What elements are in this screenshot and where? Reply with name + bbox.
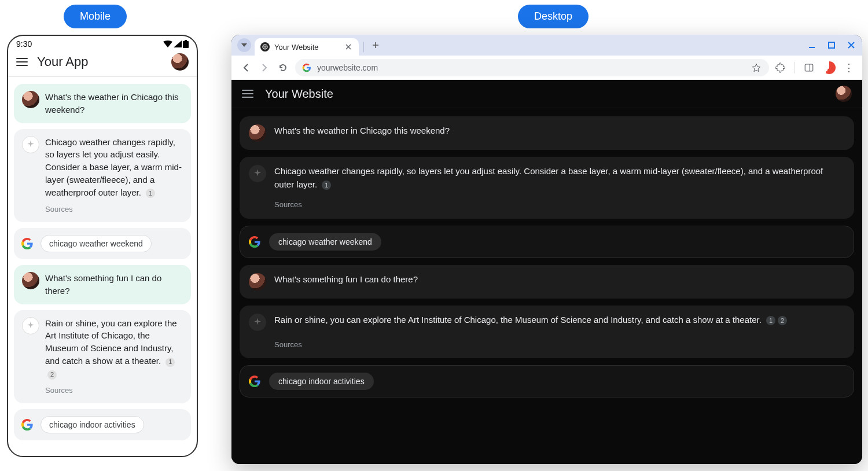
site-hamburger-icon[interactable] bbox=[242, 90, 253, 98]
app-header: Your App bbox=[8, 50, 197, 77]
sources-link[interactable]: Sources bbox=[45, 385, 73, 396]
site-user-avatar[interactable] bbox=[836, 86, 852, 102]
profile-avatar-icon[interactable] bbox=[823, 61, 836, 74]
svg-rect-5 bbox=[805, 64, 813, 71]
google-logo-icon bbox=[248, 375, 261, 388]
citation-badge[interactable]: 1 bbox=[322, 181, 331, 190]
search-suggestion-card: chicago weather weekend bbox=[240, 226, 854, 258]
nav-back-button[interactable] bbox=[240, 61, 252, 74]
browser-menu-button[interactable]: ⋮ bbox=[844, 61, 854, 74]
message-text: What's the weather in Chicago this weeke… bbox=[274, 124, 450, 138]
user-avatar[interactable] bbox=[171, 53, 189, 71]
ai-message: Rain or shine, you can explore the Art I… bbox=[14, 310, 191, 404]
tab-search-dropdown[interactable] bbox=[237, 38, 251, 52]
search-suggestion-card: chicago indoor activities bbox=[14, 409, 191, 440]
new-tab-button[interactable] bbox=[369, 38, 382, 52]
ai-spark-icon bbox=[22, 136, 39, 153]
search-chip[interactable]: chicago indoor activities bbox=[41, 416, 144, 433]
app-title: Your App bbox=[37, 54, 89, 69]
toolbar-right: ⋮ bbox=[775, 61, 854, 74]
svg-rect-1 bbox=[183, 41, 189, 48]
sources-link[interactable]: Sources bbox=[45, 204, 73, 215]
window-controls bbox=[807, 35, 856, 56]
chat-body: What's the weather in Chicago this weeke… bbox=[8, 77, 197, 456]
tab-title: Your Website bbox=[274, 43, 319, 51]
desktop-label-pill: Desktop bbox=[518, 5, 589, 28]
citation-badge[interactable]: 1 bbox=[766, 316, 775, 325]
svg-rect-0 bbox=[185, 40, 187, 41]
website-page: Your Website What's the weather in Chica… bbox=[231, 80, 862, 464]
mobile-frame: 9:30 Your App What's the weather in Chic… bbox=[7, 35, 198, 457]
ai-message: Chicago weather changes rapidly, so laye… bbox=[14, 129, 191, 223]
site-header: Your Website bbox=[231, 80, 862, 108]
window-maximize-button[interactable] bbox=[826, 40, 837, 50]
nav-forward-button[interactable] bbox=[258, 61, 271, 74]
message-text: What's something fun I can do there? bbox=[274, 273, 418, 286]
browser-tabbar: Your Website bbox=[231, 35, 862, 56]
cell-signal-icon bbox=[174, 41, 182, 47]
user-avatar-icon bbox=[249, 124, 266, 142]
svg-rect-4 bbox=[829, 42, 834, 48]
bookmark-star-icon[interactable] bbox=[751, 62, 762, 73]
window-close-button[interactable] bbox=[846, 40, 856, 50]
sources-link[interactable]: Sources bbox=[274, 339, 302, 351]
tab-favicon-icon bbox=[260, 42, 270, 51]
user-avatar-icon bbox=[22, 91, 39, 108]
site-favicon-icon bbox=[302, 63, 311, 72]
browser-tab[interactable]: Your Website bbox=[255, 38, 359, 56]
google-logo-icon bbox=[21, 237, 34, 250]
message-text: Rain or shine, you can explore the Art I… bbox=[274, 314, 787, 327]
reload-button[interactable] bbox=[277, 61, 289, 74]
message-text: Rain or shine, you can explore the Art I… bbox=[45, 317, 183, 380]
message-text: Chicago weather changes rapidly, so laye… bbox=[45, 136, 183, 199]
search-suggestion-card: chicago weather weekend bbox=[14, 228, 191, 259]
search-chip[interactable]: chicago weather weekend bbox=[269, 233, 381, 251]
ai-spark-icon bbox=[249, 314, 266, 331]
google-logo-icon bbox=[21, 418, 34, 431]
tab-close-button[interactable] bbox=[344, 42, 353, 51]
citation-badge[interactable]: 2 bbox=[778, 316, 787, 325]
window-minimize-button[interactable] bbox=[807, 40, 817, 50]
search-chip[interactable]: chicago weather weekend bbox=[41, 235, 152, 252]
browser-toolbar: yourwebsite.com ⋮ bbox=[231, 56, 862, 80]
battery-icon bbox=[183, 40, 189, 48]
user-avatar-icon bbox=[22, 272, 39, 289]
user-message: What's something fun I can do there? bbox=[240, 265, 854, 299]
user-message: What's the weather in Chicago this weeke… bbox=[240, 116, 854, 150]
message-text: What's the weather in Chicago this weeke… bbox=[45, 91, 183, 116]
user-message: What's the weather in Chicago this weeke… bbox=[14, 84, 191, 123]
wifi-icon bbox=[163, 41, 172, 47]
ai-spark-icon bbox=[22, 317, 39, 334]
status-icons bbox=[163, 40, 189, 48]
toolbar-separator bbox=[795, 62, 795, 73]
url-text: yourwebsite.com bbox=[317, 63, 378, 72]
site-title: Your Website bbox=[265, 87, 333, 101]
sources-link[interactable]: Sources bbox=[274, 199, 302, 211]
user-avatar-icon bbox=[249, 273, 266, 290]
google-logo-icon bbox=[248, 236, 261, 248]
ai-message: Chicago weather changes rapidly, so laye… bbox=[240, 157, 854, 219]
address-bar[interactable]: yourwebsite.com bbox=[295, 59, 769, 76]
citation-badge[interactable]: 2 bbox=[47, 370, 57, 380]
hamburger-icon[interactable] bbox=[16, 58, 28, 66]
message-text: Chicago weather changes rapidly, so laye… bbox=[274, 165, 845, 191]
message-text: What's something fun I can do there? bbox=[45, 272, 183, 297]
citation-badge[interactable]: 1 bbox=[165, 358, 175, 367]
status-time: 9:30 bbox=[16, 39, 32, 49]
svg-rect-3 bbox=[809, 47, 815, 48]
citation-badge[interactable]: 1 bbox=[146, 189, 155, 198]
side-panel-icon[interactable] bbox=[803, 62, 815, 73]
user-message: What's something fun I can do there? bbox=[14, 265, 191, 304]
tab-separator bbox=[363, 42, 364, 52]
desktop-browser-frame: Your Website yourwebsite.com bbox=[231, 35, 862, 464]
site-chat-body: What's the weather in Chicago this weeke… bbox=[231, 108, 862, 464]
status-bar: 9:30 bbox=[8, 36, 197, 50]
extensions-icon[interactable] bbox=[775, 62, 786, 73]
mobile-label-pill: Mobile bbox=[64, 5, 127, 28]
ai-message: Rain or shine, you can explore the Art I… bbox=[240, 306, 854, 359]
ai-spark-icon bbox=[249, 165, 266, 182]
search-chip[interactable]: chicago indoor activities bbox=[269, 373, 374, 390]
search-suggestion-card: chicago indoor activities bbox=[240, 365, 854, 398]
